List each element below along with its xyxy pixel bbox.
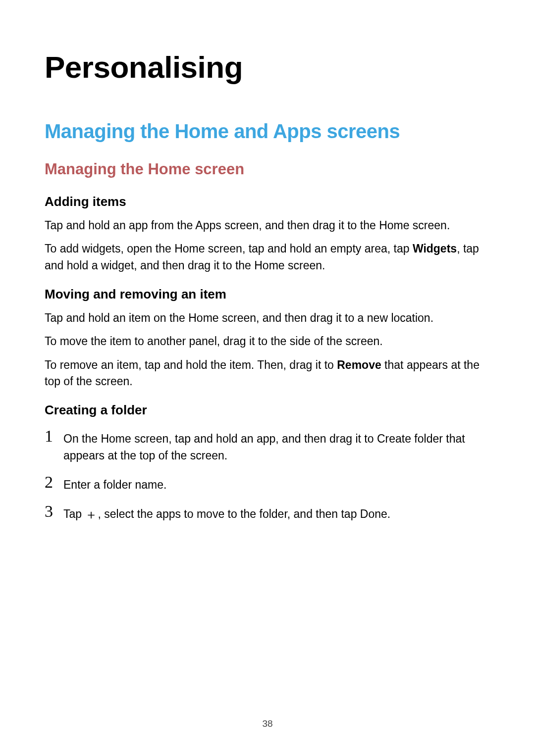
- moving-remove-bold: Remove: [337, 358, 381, 371]
- step-2-content: Enter a folder name.: [63, 474, 490, 493]
- moving-p1: Tap and hold an item on the Home screen,…: [45, 310, 490, 326]
- step-number-1: 1: [45, 428, 63, 445]
- step-1-content: On the Home screen, tap and hold an app,…: [63, 428, 490, 464]
- folder-step-3: 3 Tap ＋, select the apps to move to the …: [45, 503, 490, 522]
- step-3-done-bold: Done: [360, 507, 387, 520]
- topic-folder-heading: Creating a folder: [45, 403, 490, 418]
- step-3-a: Tap: [63, 507, 85, 520]
- moving-p3: To remove an item, tap and hold the item…: [45, 357, 490, 390]
- folder-step-1: 1 On the Home screen, tap and hold an ap…: [45, 428, 490, 464]
- adding-items-widgets-bold: Widgets: [413, 242, 457, 255]
- adding-items-p2: To add widgets, open the Home screen, ta…: [45, 241, 490, 274]
- adding-items-p1: Tap and hold an app from the Apps screen…: [45, 217, 490, 234]
- topic-adding-items-heading: Adding items: [45, 194, 490, 209]
- page-number: 38: [0, 718, 535, 729]
- step-3-content: Tap ＋, select the apps to move to the fo…: [63, 503, 490, 522]
- folder-step-2: 2 Enter a folder name.: [45, 474, 490, 493]
- step-number-2: 2: [45, 474, 63, 491]
- step-3-c: .: [387, 507, 390, 520]
- page-title: Personalising: [45, 50, 490, 85]
- section-heading: Managing the Home and Apps screens: [45, 120, 490, 143]
- step-3-b: , select the apps to move to the folder,…: [98, 507, 360, 520]
- moving-p2: To move the item to another panel, drag …: [45, 333, 490, 350]
- step-1-a: On the Home screen, tap and hold an app,…: [63, 432, 377, 445]
- folder-steps-list: 1 On the Home screen, tap and hold an ap…: [45, 428, 490, 522]
- moving-p3-a: To remove an item, tap and hold the item…: [45, 358, 337, 371]
- plus-icon: ＋: [85, 508, 98, 521]
- step-number-3: 3: [45, 503, 63, 520]
- topic-moving-heading: Moving and removing an item: [45, 287, 490, 302]
- step-1-createfolder-bold: Create folder: [377, 432, 443, 445]
- subsection-heading: Managing the Home screen: [45, 160, 490, 178]
- adding-items-p2-a: To add widgets, open the Home screen, ta…: [45, 242, 413, 255]
